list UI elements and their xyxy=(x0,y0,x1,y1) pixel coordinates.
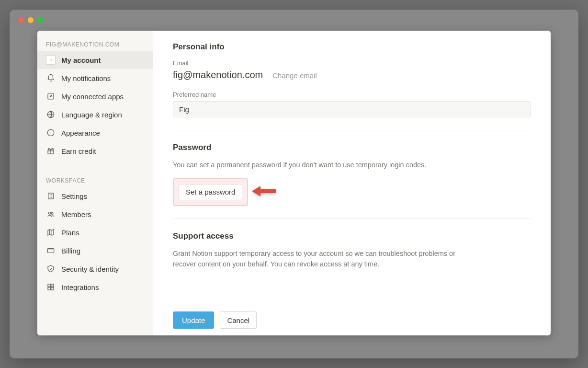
settings-footer: Update Cancel xyxy=(153,304,551,335)
sidebar-item-label: My account xyxy=(61,56,144,64)
sidebar-item-security-identity[interactable]: Security & identity xyxy=(37,260,153,278)
change-email-link[interactable]: Change email xyxy=(272,71,317,80)
annotation-arrow-icon xyxy=(251,183,276,201)
svg-rect-8 xyxy=(48,284,50,287)
sidebar-item-connected-apps[interactable]: My connected apps xyxy=(37,87,153,105)
sidebar-item-billing[interactable]: Billing xyxy=(37,242,153,260)
sidebar-item-label: Members xyxy=(61,210,144,218)
sidebar-item-label: Billing xyxy=(61,247,144,255)
sidebar-item-notifications[interactable]: My notifications xyxy=(37,69,153,87)
email-value: fig@makenotion.com xyxy=(173,69,263,80)
credit-card-icon xyxy=(46,246,56,255)
sidebar-item-label: My notifications xyxy=(61,74,144,82)
support-access-description: Grant Notion support temporary access to… xyxy=(173,249,470,270)
sidebar-item-label: Plans xyxy=(61,229,144,237)
svg-marker-13 xyxy=(252,186,260,196)
moon-icon xyxy=(46,128,56,138)
divider xyxy=(173,218,531,219)
map-icon xyxy=(46,228,56,237)
sidebar-item-label: Integrations xyxy=(61,283,144,291)
window-zoom-dot[interactable] xyxy=(37,17,43,23)
svg-rect-9 xyxy=(51,284,54,287)
sidebar-item-label: Language & region xyxy=(61,111,144,119)
shield-icon xyxy=(46,264,56,274)
sidebar-item-label: Earn credit xyxy=(61,147,144,155)
people-icon xyxy=(46,209,56,219)
sidebar-item-label: My connected apps xyxy=(61,92,144,101)
globe-icon xyxy=(46,110,56,119)
svg-rect-4 xyxy=(48,193,54,199)
sidebar-item-appearance[interactable]: Appearance xyxy=(37,124,153,142)
svg-point-5 xyxy=(49,212,51,215)
app-window: FIG@MAKENOTION.COM ·· My account My noti… xyxy=(10,10,578,358)
building-icon xyxy=(46,191,56,201)
settings-content: Personal info Email fig@makenotion.com C… xyxy=(153,31,551,304)
bell-icon xyxy=(46,73,56,83)
arrow-up-right-box-icon xyxy=(46,92,56,101)
support-access-title: Support access xyxy=(173,231,531,241)
sidebar-item-settings[interactable]: Settings xyxy=(37,187,153,205)
sidebar-item-members[interactable]: Members xyxy=(37,205,153,223)
set-password-button[interactable]: Set a password xyxy=(179,184,242,200)
update-button[interactable]: Update xyxy=(173,311,214,329)
password-description: You can set a permanent password if you … xyxy=(173,160,470,171)
gift-icon xyxy=(46,146,56,156)
svg-rect-7 xyxy=(47,249,54,253)
cancel-button[interactable]: Cancel xyxy=(220,311,257,329)
sidebar-item-my-account[interactable]: ·· My account xyxy=(37,51,153,69)
sidebar-header-email: FIG@MAKENOTION.COM xyxy=(37,37,153,51)
settings-modal: FIG@MAKENOTION.COM ·· My account My noti… xyxy=(37,31,551,335)
sidebar-item-label: Security & identity xyxy=(61,265,144,273)
sidebar-item-label: Appearance xyxy=(61,129,144,137)
password-title: Password xyxy=(173,143,531,152)
settings-main: Personal info Email fig@makenotion.com C… xyxy=(153,31,551,335)
avatar-icon: ·· xyxy=(46,55,56,65)
settings-sidebar: FIG@MAKENOTION.COM ·· My account My noti… xyxy=(37,31,153,335)
sidebar-item-label: Settings xyxy=(61,192,144,200)
preferred-name-input[interactable] xyxy=(173,101,531,117)
sidebar-item-earn-credit[interactable]: Earn credit xyxy=(37,142,153,160)
svg-rect-11 xyxy=(51,288,54,290)
personal-info-title: Personal info xyxy=(173,42,531,52)
titlebar xyxy=(10,10,578,31)
sidebar-item-language-region[interactable]: Language & region xyxy=(37,105,153,124)
svg-point-2 xyxy=(47,129,54,136)
divider xyxy=(173,130,531,130)
sidebar-header-workspace: WORKSPACE xyxy=(37,173,153,187)
sidebar-item-integrations[interactable]: Integrations xyxy=(37,278,153,296)
svg-rect-10 xyxy=(48,288,50,290)
svg-point-6 xyxy=(51,213,53,215)
preferred-name-label: Preferred name xyxy=(173,91,531,98)
annotation-highlight: Set a password xyxy=(173,178,248,206)
window-close-dot[interactable] xyxy=(18,17,24,23)
grid-icon xyxy=(46,282,56,292)
email-label: Email xyxy=(173,59,531,67)
window-minimize-dot[interactable] xyxy=(28,17,34,23)
sidebar-item-plans[interactable]: Plans xyxy=(37,223,153,242)
